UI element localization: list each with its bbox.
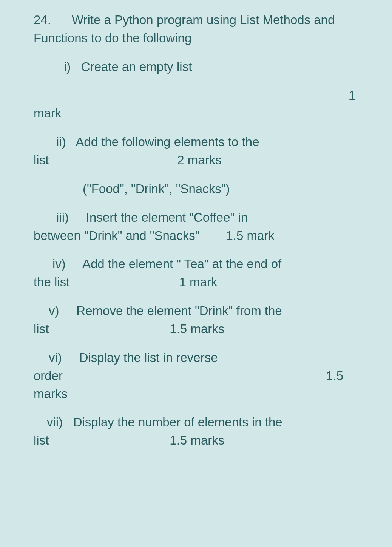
item-ii-list-word: list <box>34 151 49 169</box>
item-iv: iv) Add the element " Tea" at the end of <box>11 255 381 273</box>
item-iv-the-list: the list <box>34 273 69 291</box>
item-v-text: Remove the element "Drink" from the <box>76 304 282 318</box>
item-iv-row2: the list 1 mark <box>11 273 381 291</box>
item-v: v) Remove the element "Drink" from the <box>11 302 381 320</box>
item-vii-text: Display the number of elements in the <box>73 415 282 429</box>
item-iii-marks: 1.5 mark <box>226 227 274 245</box>
item-iii-text-a: Insert the element "Coffee" in <box>86 210 248 224</box>
item-vii: vii) Display the number of elements in t… <box>11 413 381 431</box>
item-iv-marks: 1 mark <box>179 273 217 291</box>
item-vii-marks: 1.5 marks <box>170 431 224 450</box>
item-iii: iii) Insert the element "Coffee" in <box>11 209 381 227</box>
item-v-row2: list 1.5 marks <box>11 320 381 338</box>
item-ii-tuple: ("Food", "Drink", "Snacks") <box>11 180 381 198</box>
item-vi-order-word: order <box>34 367 63 385</box>
item-iv-text: Add the element " Tea" at the end of <box>82 257 281 271</box>
item-ii-text: Add the following elements to the <box>76 135 259 149</box>
item-i-text: Create an empty list <box>81 60 192 74</box>
item-i-marks-number: 1 <box>11 87 381 105</box>
item-iii-row2: between "Drink" and "Snacks" 1.5 mark <box>11 227 381 245</box>
item-ii: ii) Add the following elements to the <box>11 133 381 151</box>
question-prompt: Write a Python program using List Method… <box>34 13 335 45</box>
item-vii-row2: list 1.5 marks <box>11 431 381 450</box>
question-card: 24. Write a Python program using List Me… <box>0 0 392 547</box>
item-vii-label: vii) <box>47 415 63 429</box>
item-ii-marks-row: list 2 marks <box>11 151 381 169</box>
item-vi-row2: order 1.5 <box>11 367 381 385</box>
item-v-marks: 1.5 marks <box>170 320 224 338</box>
item-iv-label: iv) <box>52 257 66 271</box>
question-number: 24. <box>34 13 51 27</box>
item-iii-label: iii) <box>56 210 69 224</box>
item-vii-list-word: list <box>34 431 49 450</box>
item-vi: vi) Display the list in reverse <box>11 349 381 367</box>
item-vi-text: Display the list in reverse <box>79 351 218 365</box>
item-vi-label: vi) <box>49 351 62 365</box>
item-vi-marks-word: marks <box>11 385 381 403</box>
item-ii-label: ii) <box>56 135 66 149</box>
item-iii-text-b: between "Drink" and "Snacks" <box>34 227 199 245</box>
question-heading: 24. Write a Python program using List Me… <box>11 11 381 47</box>
item-ii-marks: 2 marks <box>177 151 221 169</box>
item-i: i) Create an empty list <box>11 58 381 76</box>
item-v-list-word: list <box>34 320 49 338</box>
item-vi-marks: 1.5 <box>326 367 343 385</box>
item-v-label: v) <box>49 304 59 318</box>
item-i-marks-word: mark <box>11 104 381 122</box>
item-i-label: i) <box>64 60 71 74</box>
